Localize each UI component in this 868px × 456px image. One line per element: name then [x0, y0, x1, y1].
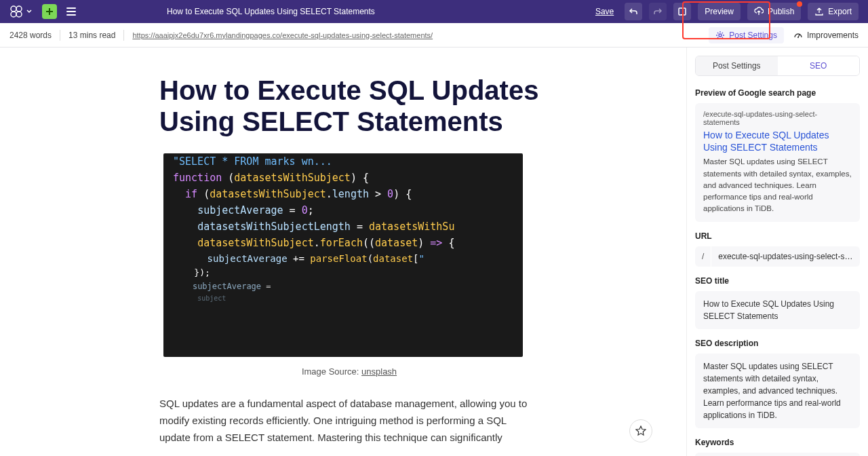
seo-title-label: SEO title: [695, 276, 860, 286]
preview-slug: /execute-sql-updates-using-select-statem…: [703, 110, 852, 126]
article-body[interactable]: SQL updates are a fundamental aspect of …: [159, 396, 539, 446]
article-image[interactable]: "SELECT * FROM marks wn... function (dat…: [163, 153, 523, 357]
tab-seo[interactable]: SEO: [778, 56, 860, 75]
post-settings-label: Post Settings: [729, 31, 777, 40]
cloud-upload-icon: [754, 7, 764, 16]
star-icon: [635, 425, 646, 436]
app-menu-chevron-icon[interactable]: [26, 8, 33, 15]
export-icon: [814, 7, 824, 16]
redo-button[interactable]: [649, 3, 667, 20]
gauge-icon: [793, 31, 803, 40]
subbar: 2428 words 13 mins read https://aaaipjx2…: [0, 23, 868, 48]
svg-point-10: [797, 37, 799, 38]
svg-rect-7: [679, 8, 686, 15]
notification-dot-icon: [797, 1, 802, 7]
tab-post-settings[interactable]: Post Settings: [696, 56, 778, 75]
url-prefix: /: [695, 246, 711, 267]
url-field: /: [695, 246, 860, 267]
sidebar-tabs: Post Settings SEO: [695, 56, 860, 76]
caption-prefix: Image Source:: [302, 366, 361, 377]
document-title: How to Execute SQL Updates Using SELECT …: [79, 7, 595, 16]
svg-rect-8: [681, 14, 684, 15]
keywords-field[interactable]: sql update from a select: [695, 453, 860, 456]
gear-icon: [715, 31, 725, 40]
article-heading[interactable]: How to Execute SQL Updates Using SELECT …: [159, 75, 539, 137]
publish-label: Publish: [768, 7, 794, 16]
svg-point-9: [719, 34, 722, 37]
undo-button[interactable]: [625, 3, 642, 20]
svg-rect-6: [66, 14, 76, 16]
image-caption: Image Source: unsplash: [159, 366, 539, 377]
preview-label: Preview of Google search page: [695, 88, 860, 98]
svg-point-3: [16, 12, 22, 17]
post-settings-button[interactable]: Post Settings: [709, 27, 784, 43]
improvements-label: Improvements: [807, 31, 859, 40]
seo-desc-field[interactable]: Master SQL updates using SELECT statemen…: [695, 354, 860, 428]
preview-button[interactable]: Preview: [698, 3, 741, 20]
app-logo-icon[interactable]: [9, 5, 23, 18]
preview-desc: Master SQL updates using SELECT statemen…: [703, 156, 852, 214]
export-label: Export: [828, 7, 852, 16]
seo-desc-label: SEO description: [695, 339, 860, 348]
word-count: 2428 words: [9, 31, 52, 40]
svg-rect-5: [66, 11, 76, 12]
read-time: 13 mins read: [68, 31, 115, 40]
caption-source-link[interactable]: unsplash: [361, 366, 397, 377]
export-button[interactable]: Export: [808, 3, 859, 20]
svg-point-0: [11, 6, 16, 12]
seo-sidebar: Post Settings SEO Preview of Google sear…: [686, 48, 868, 456]
url-label: URL: [695, 231, 860, 241]
divider: [60, 30, 60, 41]
outline-button[interactable]: [64, 4, 79, 19]
preview-title: How to Execute SQL Updates Using SELECT …: [703, 129, 852, 153]
page-url-link[interactable]: https://aaaipjx2e6du7xr6.mylandingpages.…: [132, 31, 433, 39]
keywords-label: Keywords: [695, 438, 860, 447]
svg-point-2: [11, 12, 16, 17]
svg-rect-4: [66, 7, 76, 9]
editor-area[interactable]: How to Execute SQL Updates Using SELECT …: [0, 48, 686, 456]
svg-point-1: [16, 6, 22, 12]
device-preview-button[interactable]: [673, 3, 691, 20]
improvements-button[interactable]: Improvements: [793, 31, 859, 40]
save-link[interactable]: Save: [595, 7, 614, 16]
preview-label: Preview: [705, 7, 734, 16]
add-button[interactable]: [42, 4, 57, 19]
favorite-button[interactable]: [629, 419, 652, 442]
seo-title-field[interactable]: How to Execute SQL Updates Using SELECT …: [695, 291, 860, 329]
url-input[interactable]: [711, 246, 860, 267]
topbar: How to Execute SQL Updates Using SELECT …: [0, 0, 868, 23]
divider: [123, 30, 124, 41]
google-preview-card: /execute-sql-updates-using-select-statem…: [695, 103, 860, 222]
publish-button[interactable]: Publish: [747, 3, 801, 20]
